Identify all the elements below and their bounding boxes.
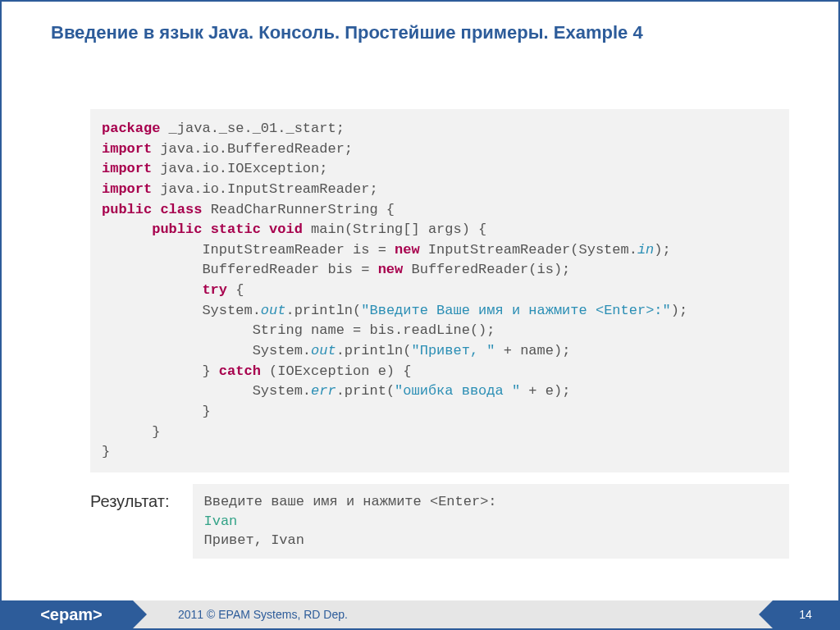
result-label: Результат: <box>90 484 170 511</box>
result-output: Введите ваше имя и нажмите <Enter>: Ivan… <box>193 484 789 559</box>
slide-title: Введение в язык Java. Консоль. Простейши… <box>2 2 838 43</box>
code-block: package _java._se._01._start; import jav… <box>90 109 789 472</box>
result-row: Результат: Введите ваше имя и нажмите <E… <box>90 484 789 559</box>
epam-logo: <epam> <box>2 600 133 628</box>
footer: <epam> 2011 © EPAM Systems, RD Dep. 14 <box>2 600 838 628</box>
footer-copyright: 2011 © EPAM Systems, RD Dep. <box>133 600 773 628</box>
page-number: 14 <box>773 600 838 628</box>
